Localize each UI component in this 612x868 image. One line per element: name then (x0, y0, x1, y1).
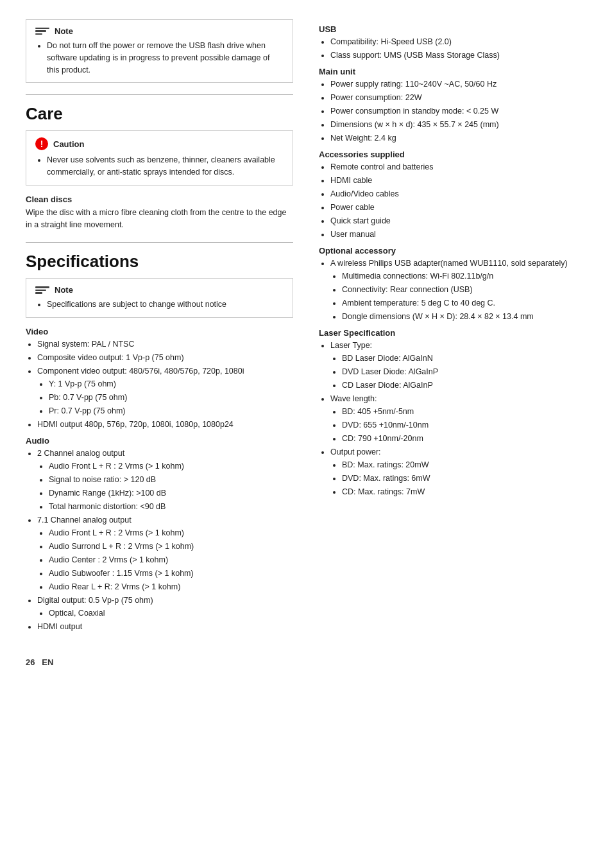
caution-box: ! Caution Never use solvents such as ben… (26, 130, 293, 186)
video-item-1: Signal system: PAL / NTSC (37, 338, 293, 351)
audio-71ch-sub-4: Audio Subwoofer : 1.15 Vrms (> 1 kohm) (49, 567, 293, 580)
laser-wave: Wave length: BD: 405 +5nm/-5nm DVD: 655 … (330, 392, 586, 445)
caution-icon: ! (35, 137, 48, 150)
audio-hdmi: HDMI output (37, 620, 293, 633)
accessories-title: Accessories supplied (319, 150, 586, 159)
audio-2ch-sub-1: Audio Front L + R : 2 Vrms (> 1 kohm) (49, 460, 293, 473)
acc-item-2: HDMI cable (330, 174, 586, 187)
left-column: Note Do not turn off the power or remove… (26, 19, 293, 638)
main-unit-item-1: Power supply rating: 110~240V ~AC, 50/60… (330, 78, 586, 91)
divider-1 (26, 94, 293, 95)
video-section: Video Signal system: PAL / NTSC Composit… (26, 327, 293, 431)
note-icon-1 (35, 28, 49, 35)
acc-item-1: Remote control and batteries (330, 161, 586, 173)
optional-title: Optional accessory (319, 246, 586, 256)
caution-header: ! Caution (35, 137, 284, 150)
note-item-2: Specifications are subject to change wit… (47, 299, 284, 311)
usb-item-1: Compatibility: Hi-Speed USB (2.0) (330, 35, 586, 48)
optional-sub-2: Connectivity: Rear connection (USB) (342, 283, 586, 296)
divider-2 (26, 242, 293, 243)
main-unit-item-5: Net Weight: 2.4 kg (330, 132, 586, 144)
optional-sub-list: Multimedia connections: Wi-Fi 802.11b/g/… (330, 270, 586, 323)
video-sub-item-1: Y: 1 Vp-p (75 ohm) (49, 378, 293, 390)
laser-list: Laser Type: BD Laser Diode: AlGaInN DVD … (319, 339, 586, 498)
audio-2ch-sub-4: Total harmonic distortion: <90 dB (49, 500, 293, 513)
laser-output: Output power: BD: Max. ratings: 20mW DVD… (330, 446, 586, 498)
accessories-section: Accessories supplied Remote control and … (319, 150, 586, 241)
note-list-2: Specifications are subject to change wit… (35, 299, 284, 311)
specifications-title: Specifications (26, 252, 293, 272)
note-box-2: Note Specifications are subject to chang… (26, 278, 293, 318)
audio-2ch-sub-2: Signal to noise ratio: > 120 dB (49, 473, 293, 486)
acc-item-5: Quick start guide (330, 214, 586, 227)
usb-title: USB (319, 24, 586, 34)
note-label-1: Note (55, 26, 73, 36)
language: EN (42, 657, 53, 667)
laser-type: Laser Type: BD Laser Diode: AlGaInN DVD … (330, 339, 586, 392)
acc-item-6: User manual (330, 228, 586, 241)
optional-section: Optional accessory A wireless Philips US… (319, 246, 586, 323)
note-header-2: Note (35, 285, 284, 295)
video-item-2: Composite video output: 1 Vp-p (75 ohm) (37, 351, 293, 364)
optional-sub-4: Dongle dimensions (W × H × D): 28.4 × 82… (342, 310, 586, 323)
usb-item-2: Class support: UMS (USB Mass Storage Cla… (330, 49, 586, 62)
laser-output-sub-2: DVD: Max. ratings: 6mW (342, 472, 586, 485)
laser-output-sub-list: BD: Max. ratings: 20mW DVD: Max. ratings… (330, 458, 586, 498)
page-footer: 26 EN (26, 657, 586, 667)
laser-wave-sub-3: CD: 790 +10nm/-20nm (342, 432, 586, 445)
optional-list: A wireless Philips USB adapter(named WUB… (319, 257, 586, 323)
note-box-1: Note Do not turn off the power or remove… (26, 19, 293, 83)
note-header-1: Note (35, 26, 284, 36)
video-sub-item-2: Pb: 0.7 V-pp (75 ohm) (49, 391, 293, 404)
audio-title: Audio (26, 436, 293, 446)
audio-71ch-sub-5: Audio Rear L + R: 2 Vrms (> 1 kohm) (49, 580, 293, 593)
laser-wave-sub-list: BD: 405 +5nm/-5nm DVD: 655 +10nm/-10nm C… (330, 405, 586, 445)
audio-2ch-sub-3: Dynamic Range (1kHz): >100 dB (49, 487, 293, 499)
usb-list: Compatibility: Hi-Speed USB (2.0) Class … (319, 35, 586, 62)
page-number: 26 (26, 657, 35, 667)
laser-type-sub-list: BD Laser Diode: AlGaInN DVD Laser Diode:… (330, 352, 586, 392)
laser-output-sub-1: BD: Max. ratings: 20mW (342, 458, 586, 471)
optional-sub-3: Ambient temperature: 5 deg C to 40 deg C… (342, 297, 586, 309)
caution-item-1: Never use solvents such as benzene, thin… (47, 154, 284, 178)
audio-2ch: 2 Channel analog output Audio Front L + … (37, 447, 293, 513)
video-list: Signal system: PAL / NTSC Composite vide… (26, 338, 293, 431)
audio-digital-sub-list: Optical, Coaxial (37, 607, 293, 620)
main-unit-section: Main unit Power supply rating: 110~240V … (319, 67, 586, 144)
main-unit-item-3: Power consumption in standby mode: < 0.2… (330, 105, 586, 117)
right-column: USB Compatibility: Hi-Speed USB (2.0) Cl… (319, 19, 586, 638)
main-unit-item-2: Power consumption: 22W (330, 91, 586, 104)
audio-section: Audio 2 Channel analog output Audio Fron… (26, 436, 293, 633)
audio-digital: Digital output: 0.5 Vp-p (75 ohm) Optica… (37, 594, 293, 620)
laser-output-sub-3: CD: Max. ratings: 7mW (342, 485, 586, 498)
laser-type-sub-2: DVD Laser Diode: AlGaInP (342, 365, 586, 378)
clean-discs-title: Clean discs (26, 195, 293, 204)
accessories-list: Remote control and batteries HDMI cable … (319, 161, 586, 241)
video-item-3: Component video output: 480/576i, 480/57… (37, 365, 293, 417)
main-unit-title: Main unit (319, 67, 586, 76)
caution-label: Caution (53, 139, 84, 149)
laser-type-sub-1: BD Laser Diode: AlGaInN (342, 352, 586, 365)
note-label-2: Note (55, 285, 73, 295)
audio-71ch-sub-3: Audio Center : 2 Vrms (> 1 kohm) (49, 553, 293, 566)
acc-item-3: Audio/Video cables (330, 187, 586, 200)
laser-type-sub-3: CD Laser Diode: AlGaInP (342, 379, 586, 392)
video-sub-list: Y: 1 Vp-p (75 ohm) Pb: 0.7 V-pp (75 ohm)… (37, 378, 293, 417)
optional-item-1: A wireless Philips USB adapter(named WUB… (330, 257, 586, 323)
audio-2ch-sub-list: Audio Front L + R : 2 Vrms (> 1 kohm) Si… (37, 460, 293, 513)
video-hdmi: HDMI output 480p, 576p, 720p, 1080i, 108… (37, 418, 293, 431)
note-item-1: Do not turn off the power or remove the … (47, 40, 284, 76)
audio-list: 2 Channel analog output Audio Front L + … (26, 447, 293, 633)
acc-item-4: Power cable (330, 201, 586, 214)
audio-71ch-sub-list: Audio Front L + R : 2 Vrms (> 1 kohm) Au… (37, 526, 293, 593)
laser-wave-sub-2: DVD: 655 +10nm/-10nm (342, 419, 586, 431)
usb-section: USB Compatibility: Hi-Speed USB (2.0) Cl… (319, 24, 586, 62)
main-unit-list: Power supply rating: 110~240V ~AC, 50/60… (319, 78, 586, 144)
video-title: Video (26, 327, 293, 336)
laser-title: Laser Specification (319, 328, 586, 338)
care-title: Care (26, 104, 293, 124)
laser-wave-sub-1: BD: 405 +5nm/-5nm (342, 405, 586, 418)
video-sub-item-3: Pr: 0.7 V-pp (75 ohm) (49, 404, 293, 417)
audio-71ch-sub-2: Audio Surrond L + R : 2 Vrms (> 1 kohm) (49, 540, 293, 553)
audio-71ch-sub-1: Audio Front L + R : 2 Vrms (> 1 kohm) (49, 526, 293, 539)
